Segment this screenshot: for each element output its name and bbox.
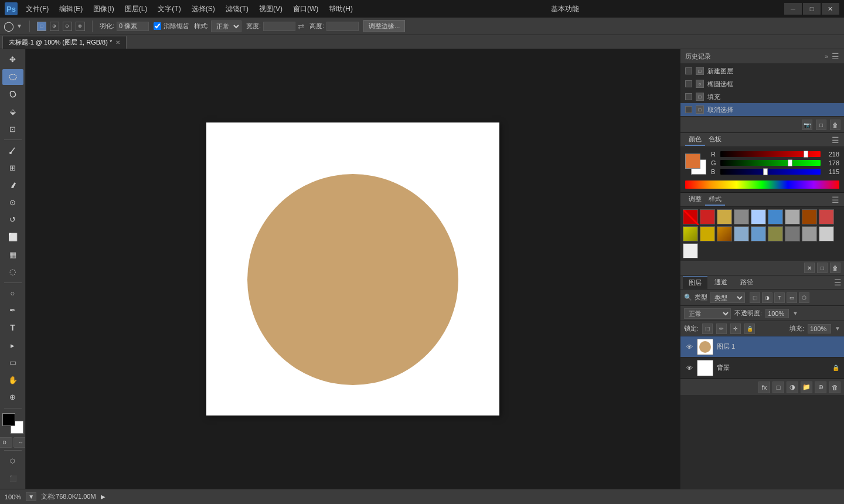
- doc-size-arrow-btn[interactable]: ▶: [101, 493, 106, 500]
- layer-delete-btn[interactable]: 🗑: [829, 382, 840, 393]
- color-preview-swatch[interactable]: [685, 154, 706, 175]
- style-swatch-4[interactable]: [751, 209, 766, 224]
- gradient-tool[interactable]: ▦: [2, 246, 23, 263]
- foreground-color-swatch[interactable]: [2, 413, 15, 426]
- green-thumb[interactable]: [788, 159, 792, 166]
- green-slider[interactable]: [720, 160, 821, 166]
- history-checkbox-3[interactable]: [685, 106, 692, 113]
- layer-effects-btn[interactable]: fx: [758, 382, 770, 393]
- zoom-menu-btn[interactable]: ▼: [26, 492, 36, 501]
- styles-delete-btn[interactable]: 🗑: [830, 263, 840, 273]
- lock-transparent-btn[interactable]: ⬚: [702, 323, 713, 334]
- styles-panel-menu-btn[interactable]: ☰: [832, 195, 839, 205]
- layers-panel-menu-btn[interactable]: ☰: [834, 278, 842, 287]
- menu-item-滤镜T[interactable]: 滤镜(T): [221, 2, 253, 16]
- workspace-label[interactable]: 基本功能: [551, 4, 579, 14]
- style-swatch-8[interactable]: [819, 209, 834, 224]
- lock-all-btn[interactable]: 🔒: [744, 323, 755, 334]
- default-colors-icon[interactable]: D: [0, 437, 12, 448]
- eraser-tool[interactable]: ⬜: [2, 229, 23, 246]
- color-tab[interactable]: 颜色: [685, 134, 705, 146]
- filter-vector-btn[interactable]: ▭: [787, 292, 797, 303]
- menu-item-视图V[interactable]: 视图(V): [254, 2, 287, 16]
- style-swatch-5[interactable]: [768, 209, 783, 224]
- blend-mode-select[interactable]: 正常: [684, 308, 731, 319]
- history-checkbox-0[interactable]: [685, 67, 692, 74]
- style-swatch-0[interactable]: [683, 209, 698, 224]
- antialiased-checkbox[interactable]: 消除锯齿: [154, 22, 189, 30]
- style-swatch-17[interactable]: [819, 226, 834, 241]
- swatch-tab[interactable]: 色板: [705, 134, 725, 146]
- red-slider[interactable]: [720, 151, 821, 157]
- fill-input[interactable]: [808, 324, 831, 333]
- lock-image-btn[interactable]: ✏: [716, 323, 727, 334]
- filter-adjustment-btn[interactable]: ◑: [762, 292, 772, 303]
- quick-mask-btn[interactable]: ⬡: [2, 453, 23, 469]
- hand-tool[interactable]: ✋: [2, 372, 23, 388]
- close-button[interactable]: ✕: [822, 3, 839, 15]
- menu-item-文件F[interactable]: 文件(F): [21, 2, 53, 16]
- marquee-tool[interactable]: [2, 69, 23, 86]
- color-panel-menu-btn[interactable]: ☰: [832, 135, 839, 145]
- text-tool[interactable]: T: [2, 320, 23, 336]
- layers-filter-select[interactable]: 类型: [710, 292, 745, 303]
- minimize-button[interactable]: ─: [784, 3, 802, 15]
- screen-mode-btn[interactable]: ⬛: [2, 471, 23, 487]
- zoom-tool[interactable]: ⊕: [2, 389, 23, 406]
- history-panel-header[interactable]: 历史记录 » ☰: [680, 49, 844, 63]
- blue-thumb[interactable]: [763, 168, 768, 175]
- style-swatch-1[interactable]: [700, 209, 715, 224]
- style-swatch-11[interactable]: [717, 226, 732, 241]
- selection-mode-btns[interactable]: □ ⊕ ⊖ ⊗: [37, 22, 85, 31]
- history-item-2[interactable]: □ 填充: [680, 90, 844, 103]
- layer-group-btn[interactable]: 📁: [801, 382, 812, 393]
- style-swatch-2[interactable]: [717, 209, 732, 224]
- eyedropper-tool[interactable]: [2, 142, 23, 159]
- feather-input[interactable]: [117, 22, 149, 31]
- layer-adjustment-btn[interactable]: ◑: [787, 382, 798, 393]
- blur-tool[interactable]: ◌: [2, 264, 23, 280]
- history-item-3[interactable]: □ 取消选择: [680, 103, 844, 116]
- color-swatches[interactable]: [2, 413, 23, 434]
- adjust-edge-button[interactable]: 调整边缘...: [363, 20, 405, 32]
- move-tool[interactable]: ✥: [2, 52, 23, 68]
- quick-select-tool[interactable]: ⬙: [2, 104, 23, 120]
- style-swatch-15[interactable]: [785, 226, 800, 241]
- maximize-button[interactable]: □: [803, 3, 821, 15]
- layer-new-btn[interactable]: ⊕: [815, 382, 826, 393]
- brush-tool[interactable]: [2, 177, 23, 193]
- tab-layers[interactable]: 图层: [683, 276, 707, 289]
- filter-smart-btn[interactable]: ⬡: [799, 292, 809, 303]
- style-swatch-3[interactable]: [734, 209, 749, 224]
- menu-item-选择S[interactable]: 选择(S): [187, 2, 220, 16]
- style-swatch-14[interactable]: [768, 226, 783, 241]
- path-select-tool[interactable]: ▸: [2, 337, 23, 353]
- style-swatch-16[interactable]: [802, 226, 817, 241]
- tab-paths[interactable]: 路径: [734, 276, 759, 288]
- foreground-color-preview[interactable]: [685, 154, 700, 169]
- shape-tool[interactable]: ▭: [2, 355, 23, 371]
- lasso-tool[interactable]: [2, 86, 23, 103]
- switch-colors-icon[interactable]: ↔: [13, 437, 26, 448]
- layer-item-bg[interactable]: 👁 背景 🔒: [680, 357, 844, 379]
- style-swatch-9[interactable]: [683, 226, 698, 241]
- patch-tool[interactable]: ⊞: [2, 159, 23, 176]
- color-spectrum[interactable]: [685, 181, 839, 189]
- style-swatch-7[interactable]: [802, 209, 817, 224]
- history-checkbox-2[interactable]: [685, 93, 692, 100]
- style-swatch-18[interactable]: [683, 243, 698, 258]
- history-checkbox-1[interactable]: [685, 80, 692, 87]
- style-swatch-10[interactable]: [700, 226, 715, 241]
- style-swatch-13[interactable]: [751, 226, 766, 241]
- blue-slider[interactable]: [720, 169, 821, 175]
- tab-close-icon[interactable]: ✕: [115, 39, 120, 46]
- history-new-document-btn[interactable]: □: [816, 120, 826, 130]
- fill-arrow-btn[interactable]: ▼: [835, 325, 840, 332]
- opacity-arrow-btn[interactable]: ▼: [792, 310, 798, 316]
- history-brush-tool[interactable]: ↺: [2, 212, 23, 228]
- pen-tool[interactable]: ✒: [2, 302, 23, 319]
- history-create-snapshot-btn[interactable]: 📷: [802, 120, 812, 130]
- style-select[interactable]: 样式: 正常: [194, 21, 241, 32]
- crop-tool[interactable]: ⊡: [2, 121, 23, 137]
- history-item-0[interactable]: □ 新建图层: [680, 64, 844, 77]
